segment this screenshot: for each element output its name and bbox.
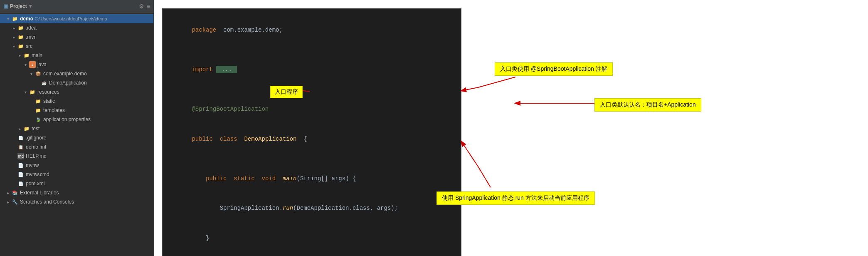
code-line-method: public static void main(String[] args) { — [171, 164, 453, 194]
tree-item-external-libs[interactable]: 📚 External Libraries — [0, 188, 153, 197]
file-icon: 📄 — [17, 162, 24, 169]
tree-label: templates — [43, 107, 65, 113]
tree-item-demoapplication[interactable]: ☕ DemoApplication — [0, 78, 153, 87]
callout-text: 入口类默认认名：项目名+Application — [600, 101, 696, 108]
gitignore-icon: 📄 — [17, 134, 24, 141]
tree-item-package[interactable]: 📦 com.example.demo — [0, 69, 153, 78]
tree-arrow — [17, 126, 22, 132]
tree-item-demo[interactable]: 📁 demo C:\Users\wustzz\IdeaProjects\demo — [0, 14, 153, 23]
tree-arrow — [5, 16, 11, 22]
tree-container: 📁 demo C:\Users\wustzz\IdeaProjects\demo… — [0, 12, 153, 256]
tree-item-mvnw[interactable]: 📄 mvnw — [0, 161, 153, 170]
code-line-package: package com.example.demo; — [171, 15, 453, 45]
code-editor[interactable]: package com.example.demo; import ... @Sp… — [162, 8, 461, 256]
tree-label: application.properties — [43, 117, 91, 122]
settings-icon[interactable]: ≡ — [147, 3, 150, 10]
iml-icon: 📋 — [17, 144, 24, 150]
tree-label: main — [32, 52, 42, 58]
tree-item-templates[interactable]: 📁 templates — [0, 106, 153, 115]
folder-icon: ▣ — [3, 3, 8, 9]
panel-dropdown-icon[interactable]: ▾ — [29, 3, 32, 9]
tree-arrow — [11, 25, 17, 31]
tree-item-iml[interactable]: 📋 demo.iml — [0, 142, 153, 152]
tree-item-properties[interactable]: 🍃 application.properties — [0, 115, 153, 124]
tree-item-pom[interactable]: 📄 pom.xml — [0, 179, 153, 188]
tree-label: demo.iml — [26, 144, 46, 150]
tree-label: .mvn — [26, 34, 37, 40]
code-line-class: public class DemoApplication { — [171, 124, 453, 154]
code-line-annotation: @SpringBootApplication — [171, 94, 453, 124]
tree-arrow — [28, 71, 34, 77]
tree-label: .gitignore — [26, 135, 46, 141]
tree-item-help[interactable]: md HELP.md — [0, 152, 153, 161]
tree-label: com.example.demo — [43, 71, 87, 77]
folder-icon: 📁 — [35, 107, 42, 114]
tree-label: test — [32, 126, 39, 132]
code-line-run: SpringApplication.run(DemoApplication.cl… — [171, 194, 453, 223]
folder-open-icon: 📁 — [12, 15, 18, 22]
folder-open-icon: 📁 — [17, 43, 24, 50]
panel-header: ▣ Project ▾ ⚙ ≡ — [0, 0, 153, 12]
tree-arrow — [5, 190, 11, 196]
tree-item-idea[interactable]: 📁 .idea — [0, 23, 153, 32]
tree-label: External Libraries — [20, 190, 59, 196]
tree-item-test[interactable]: 📁 test — [0, 124, 153, 133]
tree-item-main[interactable]: 📁 main — [0, 51, 153, 60]
class-icon: ☕ — [41, 80, 47, 86]
properties-icon: 🍃 — [35, 116, 42, 123]
tree-arrow — [17, 52, 22, 58]
tree-arrow — [11, 43, 17, 49]
callout-text: 使用 SpringApplication 静态 run 方法来启动当前应用程序 — [442, 194, 589, 201]
tree-label: DemoApplication — [49, 80, 87, 86]
callout-entry-program: 入口程序 — [270, 86, 303, 98]
tree-label: mvnw.cmd — [26, 171, 49, 177]
code-line-import: import ... — [171, 55, 453, 85]
tree-label: pom.xml — [26, 181, 44, 186]
panel-title: ▣ Project ▾ — [3, 3, 32, 9]
xml-icon: 📄 — [17, 180, 24, 187]
tree-item-resources[interactable]: 📁 resources — [0, 87, 153, 97]
tree-item-src[interactable]: 📁 src — [0, 42, 153, 51]
tree-label: mvnw — [26, 162, 39, 168]
right-panel: package com.example.demo; import ... @Sp… — [154, 0, 868, 256]
folder-icon: 📁 — [35, 98, 42, 104]
callout-text: 入口类使用 @SpringBootApplication 注解 — [500, 65, 607, 72]
folder-icon: 📁 — [17, 25, 24, 31]
tree-item-mvn[interactable]: 📁 .mvn — [0, 32, 153, 42]
libraries-icon: 📚 — [12, 189, 18, 196]
project-panel: ▣ Project ▾ ⚙ ≡ 📁 demo C:\Users\wustzz\I… — [0, 0, 154, 256]
tree-label: resources — [37, 89, 59, 95]
java-icon: J — [29, 61, 36, 68]
panel-actions: ⚙ ≡ — [139, 3, 150, 10]
callout-spring-run: 使用 SpringApplication 静态 run 方法来启动当前应用程序 — [436, 191, 595, 205]
tree-item-java[interactable]: J java — [0, 60, 153, 69]
tree-item-scratches[interactable]: 🔧 Scratches and Consoles — [0, 197, 153, 206]
md-icon: md — [17, 153, 24, 159]
tree-label: .idea — [26, 25, 37, 31]
folder-open-icon: 📁 — [29, 89, 36, 95]
callout-class-default-name: 入口类默认认名：项目名+Application — [594, 98, 701, 112]
package-icon: 📦 — [35, 70, 42, 77]
file-icon: 📄 — [17, 171, 24, 178]
tree-label: static — [43, 98, 55, 104]
tree-item-static[interactable]: 📁 static — [0, 97, 153, 106]
tree-arrow — [11, 34, 17, 40]
tree-item-mvnwcmd[interactable]: 📄 mvnw.cmd — [0, 170, 153, 179]
tree-label: HELP.md — [26, 153, 47, 159]
panel-title-text: Project — [10, 3, 27, 9]
folder-icon: 📁 — [17, 34, 24, 40]
tree-arrow — [22, 89, 28, 95]
tree-arrow — [22, 62, 28, 67]
tree-label: src — [26, 43, 32, 49]
tree-label: demo C:\Users\wustzz\IdeaProjects\demo — [20, 16, 107, 22]
scratches-icon: 🔧 — [12, 199, 18, 205]
tree-label: java — [37, 62, 47, 67]
tree-arrow — [5, 199, 11, 205]
gear-icon[interactable]: ⚙ — [139, 3, 144, 10]
callout-text: 入口程序 — [275, 88, 298, 95]
folder-open-icon: 📁 — [23, 52, 30, 59]
tree-item-gitignore[interactable]: 📄 .gitignore — [0, 133, 153, 142]
code-line-close-method: } — [171, 224, 453, 253]
tree-label: Scratches and Consoles — [20, 199, 74, 205]
callout-springboot-annotation: 入口类使用 @SpringBootApplication 注解 — [495, 62, 613, 76]
